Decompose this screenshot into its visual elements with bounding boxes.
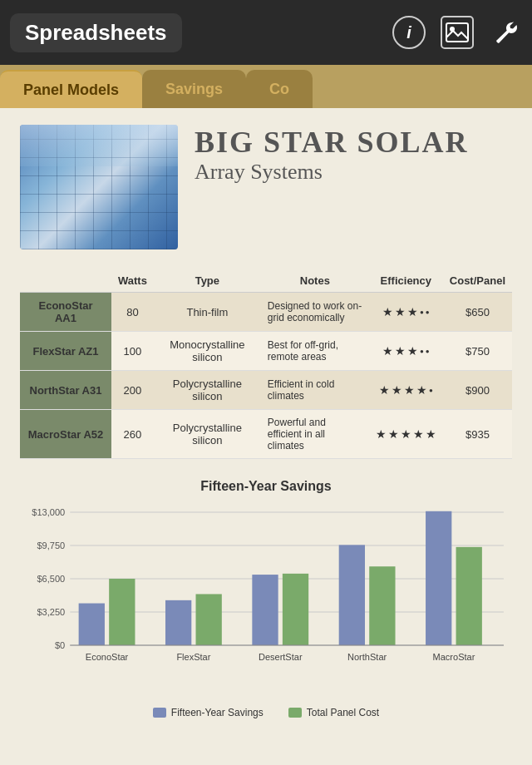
col-header-notes: Notes — [261, 269, 369, 293]
wrench-icon[interactable] — [489, 16, 522, 49]
svg-rect-21 — [339, 545, 365, 645]
svg-text:FlexStar: FlexStar — [176, 652, 210, 662]
row-type: Monocrystalline silicon — [154, 332, 261, 371]
svg-rect-15 — [165, 600, 191, 645]
company-name-line1: BIG STAR SOLAR — [195, 125, 468, 160]
solar-panel-image — [20, 125, 178, 249]
row-type: Polycrystalline silicon — [154, 410, 261, 459]
row-cost: $900 — [443, 371, 512, 410]
row-notes: Best for off-grid, remote areas — [261, 332, 369, 371]
col-header-watts: Watts — [111, 269, 154, 293]
svg-rect-24 — [426, 511, 451, 645]
row-notes: Efficient in cold climates — [261, 371, 369, 410]
app-header: Spreadsheets i — [0, 0, 532, 65]
legend-cost: Total Panel Cost — [288, 707, 379, 718]
svg-text:DesertStar: DesertStar — [259, 652, 303, 662]
row-cost: $650 — [443, 293, 512, 332]
row-watts: 200 — [111, 371, 154, 410]
svg-text:$3,250: $3,250 — [37, 607, 65, 617]
row-efficiency: ★★★★● — [369, 371, 443, 410]
col-header-type: Type — [154, 269, 261, 293]
company-info: BIG STAR SOLAR Array Systems — [195, 125, 468, 185]
legend-cost-color — [288, 708, 302, 718]
chart-svg: $0$3,250$6,500$9,750$13,000EconoStarFlex… — [20, 504, 512, 687]
row-watts: 100 — [111, 332, 154, 371]
svg-text:EconoStar: EconoStar — [86, 652, 129, 662]
svg-rect-22 — [369, 566, 395, 645]
row-name: EconoStar AA1 — [20, 293, 111, 332]
legend-cost-label: Total Panel Cost — [307, 707, 379, 718]
chart-container: $0$3,250$6,500$9,750$13,000EconoStarFlex… — [20, 504, 512, 703]
svg-rect-12 — [79, 604, 105, 645]
row-type: Polycrystalline silicon — [154, 371, 261, 410]
info-icon[interactable]: i — [392, 16, 426, 49]
table-body: EconoStar AA180Thin-filmDesigned to work… — [20, 293, 512, 459]
image-icon[interactable] — [441, 16, 474, 49]
row-notes: Powerful and efficient in all climates — [261, 410, 369, 459]
row-efficiency: ★★★★★ — [369, 410, 443, 459]
svg-text:MacroStar: MacroStar — [433, 652, 475, 662]
svg-rect-13 — [109, 579, 135, 645]
row-notes: Designed to work on-grid economically — [261, 293, 369, 332]
row-efficiency: ★★★●● — [369, 332, 443, 371]
tab-savings[interactable]: Savings — [142, 70, 246, 108]
col-header-name — [20, 269, 111, 293]
table-row: EconoStar AA180Thin-filmDesigned to work… — [20, 293, 512, 332]
tab-co[interactable]: Co — [246, 70, 313, 108]
legend-savings-label: Fifteen-Year Savings — [171, 707, 264, 718]
table-row: FlexStar AZ1100Monocrystalline siliconBe… — [20, 332, 512, 371]
legend-savings: Fifteen-Year Savings — [153, 707, 264, 718]
svg-rect-0 — [446, 23, 468, 42]
chart-title: Fifteen-Year Savings — [20, 479, 512, 494]
row-name: FlexStar AZ1 — [20, 332, 111, 371]
svg-text:$0: $0 — [55, 640, 65, 650]
chart-legend: Fifteen-Year Savings Total Panel Cost — [20, 707, 512, 718]
legend-savings-color — [153, 708, 166, 718]
svg-text:$9,750: $9,750 — [37, 540, 65, 550]
col-header-efficiency: Efficiency — [369, 269, 443, 293]
row-watts: 80 — [111, 293, 154, 332]
svg-rect-25 — [456, 547, 482, 645]
header-icons: i — [392, 16, 522, 49]
svg-rect-19 — [283, 574, 308, 645]
table-row: MacroStar A52260Polycrystalline siliconP… — [20, 410, 512, 459]
row-name: NorthStar A31 — [20, 371, 111, 410]
row-type: Thin-film — [154, 293, 261, 332]
svg-text:$6,500: $6,500 — [37, 574, 65, 584]
svg-rect-18 — [252, 575, 278, 645]
svg-text:NorthStar: NorthStar — [347, 652, 387, 662]
row-watts: 260 — [111, 410, 154, 459]
main-content: BIG STAR SOLAR Array Systems Watts Type … — [0, 108, 532, 735]
row-cost: $750 — [443, 332, 512, 371]
svg-text:$13,000: $13,000 — [32, 507, 65, 517]
app-title-box: Spreadsheets — [10, 13, 182, 52]
row-name: MacroStar A52 — [20, 410, 111, 459]
row-efficiency: ★★★●● — [369, 293, 443, 332]
svg-rect-16 — [196, 594, 222, 645]
table-row: NorthStar A31200Polycrystalline siliconE… — [20, 371, 512, 410]
hero-section: BIG STAR SOLAR Array Systems — [20, 125, 512, 249]
col-header-cost: Cost/Panel — [443, 269, 512, 293]
tab-panel-models[interactable]: Panel Models — [0, 70, 142, 108]
company-name-line2: Array Systems — [195, 160, 468, 185]
chart-section: Fifteen-Year Savings $0$3,250$6,500$9,75… — [20, 479, 512, 718]
tab-bar: Panel Models Savings Co — [0, 65, 532, 108]
app-title: Spreadsheets — [25, 20, 167, 45]
panel-models-table: Watts Type Notes Efficiency Cost/Panel E… — [20, 269, 512, 459]
row-cost: $935 — [443, 410, 512, 459]
